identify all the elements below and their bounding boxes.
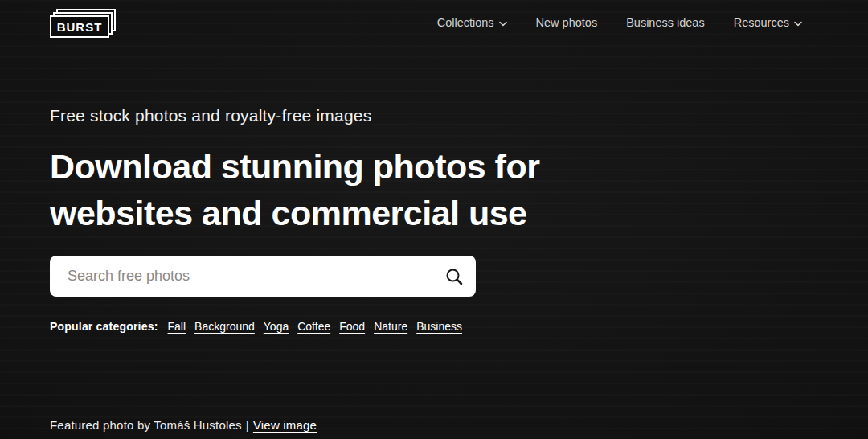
main-nav: Collections New photos Business ideas Re…	[437, 16, 802, 29]
category-link-nature[interactable]: Nature	[374, 320, 407, 333]
category-link-food[interactable]: Food	[339, 320, 365, 333]
nav-new-photos[interactable]: New photos	[536, 16, 598, 29]
nav-business-ideas-label: Business ideas	[626, 16, 705, 29]
view-image-link[interactable]: View image	[253, 418, 317, 432]
search-form	[50, 256, 476, 297]
category-link-coffee[interactable]: Coffee	[297, 320, 330, 333]
page-title-line-1: Download stunning photos for	[50, 143, 539, 190]
category-link-business[interactable]: Business	[416, 320, 462, 333]
burst-homepage: BURST Collections New photos Business id…	[0, 0, 868, 439]
category-link-yoga[interactable]: Yoga	[264, 320, 289, 333]
nav-new-photos-label: New photos	[536, 16, 598, 29]
burst-logo-text: BURST	[50, 15, 109, 38]
credit-separator: |	[246, 418, 249, 432]
nav-business-ideas[interactable]: Business ideas	[626, 16, 705, 29]
chevron-down-icon	[794, 21, 802, 27]
page-title-line-2: websites and commercial use	[50, 190, 539, 236]
page-title: Download stunning photos for websites an…	[50, 143, 539, 236]
burst-logo[interactable]: BURST	[50, 9, 121, 39]
nav-collections[interactable]: Collections	[437, 16, 507, 29]
search-button[interactable]	[432, 256, 476, 297]
credit-text: Featured photo by Tomáš Hustoles	[50, 418, 242, 432]
category-link-background[interactable]: Background	[194, 320, 255, 333]
nav-collections-label: Collections	[437, 16, 494, 29]
nav-resources-label: Resources	[734, 16, 789, 29]
category-link-fall[interactable]: Fall	[168, 320, 186, 333]
popular-categories: Popular categories: Fall Background Yoga…	[50, 320, 462, 333]
search-icon	[444, 267, 464, 286]
hero-subtitle: Free stock photos and royalty-free image…	[50, 106, 371, 125]
nav-resources[interactable]: Resources	[734, 16, 802, 29]
popular-categories-label: Popular categories:	[50, 320, 158, 333]
featured-photo-credit: Featured photo by Tomáš Hustoles|View im…	[50, 418, 317, 432]
chevron-down-icon	[499, 21, 507, 27]
search-input[interactable]	[50, 256, 432, 297]
